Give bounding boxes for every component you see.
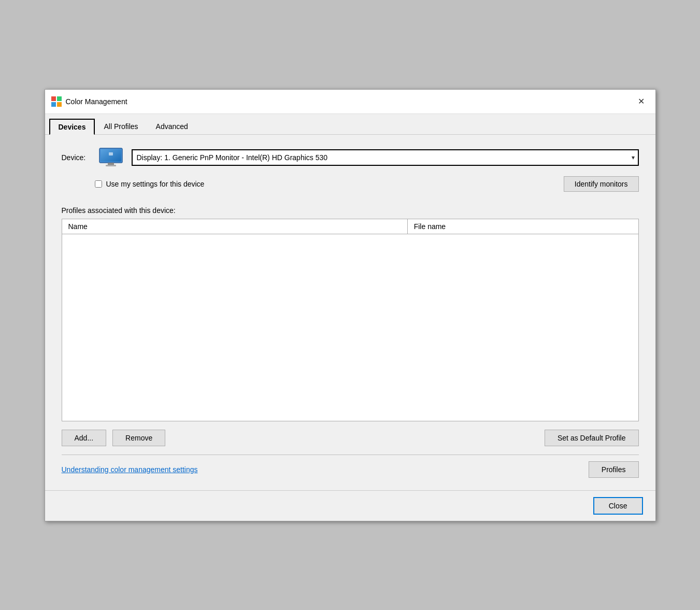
profiles-associated-label: Profiles associated with this device:	[62, 206, 639, 215]
device-dropdown[interactable]: Display: 1. Generic PnP Monitor - Intel(…	[132, 149, 639, 166]
svg-rect-0	[51, 96, 56, 101]
device-select-wrapper: Display: 1. Generic PnP Monitor - Intel(…	[132, 149, 639, 166]
profiles-table-body	[62, 234, 638, 421]
tab-bar: Devices All Profiles Advanced	[45, 114, 655, 135]
svg-rect-8	[106, 165, 116, 166]
tab-devices[interactable]: Devices	[49, 119, 95, 135]
window-title: Color Management	[66, 97, 127, 106]
bottom-bar: Close	[45, 490, 655, 521]
divider	[62, 455, 639, 455]
action-row: Add... Remove Set as Default Profile	[62, 430, 639, 446]
tab-all-profiles[interactable]: All Profiles	[95, 119, 147, 135]
window-close-button[interactable]: ✕	[634, 94, 649, 109]
app-icon	[51, 96, 62, 107]
settings-row: Use my settings for this device Identify…	[95, 176, 639, 192]
set-default-profile-button[interactable]: Set as Default Profile	[545, 430, 639, 446]
svg-rect-9	[109, 152, 113, 155]
content-area: Device: Display: 1. Generic PnP	[45, 135, 655, 490]
remove-button[interactable]: Remove	[112, 430, 165, 446]
use-settings-checkbox[interactable]	[95, 180, 102, 188]
color-management-window: Color Management ✕ Devices All Profiles …	[45, 89, 656, 521]
column-header-name: Name	[62, 219, 408, 234]
close-dialog-button[interactable]: Close	[593, 497, 643, 515]
device-label: Device:	[62, 153, 90, 162]
svg-rect-3	[57, 102, 62, 107]
tab-advanced[interactable]: Advanced	[147, 119, 197, 135]
use-settings-checkbox-label[interactable]: Use my settings for this device	[95, 180, 205, 188]
understanding-color-management-link[interactable]: Understanding color management settings	[62, 465, 198, 474]
title-bar: Color Management ✕	[45, 90, 655, 114]
footer-row: Understanding color management settings …	[62, 461, 639, 478]
add-button[interactable]: Add...	[62, 430, 107, 446]
svg-rect-1	[57, 96, 62, 101]
monitor-icon	[98, 147, 123, 168]
use-settings-label: Use my settings for this device	[106, 180, 205, 188]
device-row: Device: Display: 1. Generic PnP	[62, 147, 639, 168]
svg-rect-2	[51, 102, 56, 107]
svg-rect-7	[108, 163, 114, 165]
identify-monitors-button[interactable]: Identify monitors	[564, 176, 639, 192]
column-header-filename: File name	[408, 219, 638, 234]
title-bar-left: Color Management	[51, 96, 127, 107]
table-header: Name File name	[62, 219, 638, 234]
profiles-table-wrapper: Name File name	[62, 219, 639, 421]
profiles-button[interactable]: Profiles	[589, 461, 639, 478]
